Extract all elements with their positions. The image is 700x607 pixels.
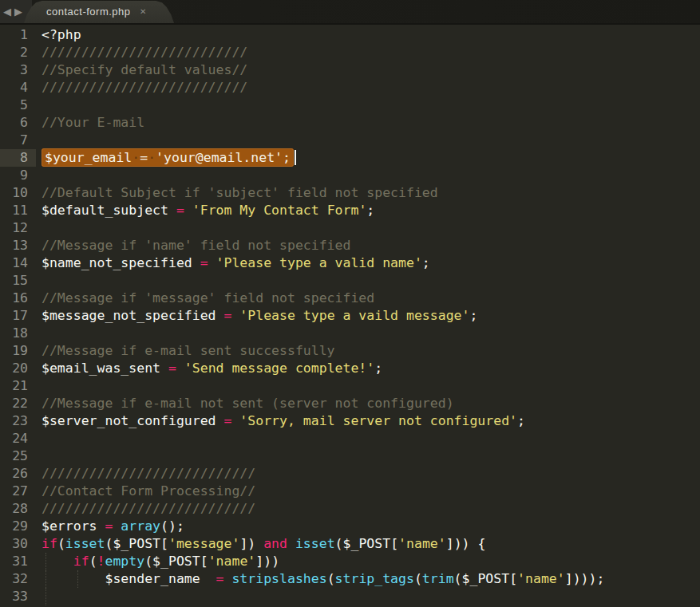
tab-label: contact-form.php [46, 6, 131, 18]
code-token: ; [422, 255, 430, 270]
code-token: 'Send message complete!' [184, 361, 374, 376]
code-token: · [148, 150, 156, 165]
code-token: array [121, 518, 160, 534]
code-line[interactable]: 21 [0, 377, 700, 395]
code-line[interactable]: 26/////////////////////////// [0, 465, 700, 483]
code-line[interactable]: 29$errors = array(); [0, 518, 700, 535]
code-line[interactable]: 9 [0, 167, 700, 184]
code-line[interactable]: 33 [0, 588, 700, 605]
code-token: = [200, 255, 208, 270]
code-editor[interactable]: 1<?php2//////////////////////////3//Spec… [0, 25, 700, 607]
line-number: 6 [0, 114, 36, 132]
code-line[interactable]: 1<?php [0, 26, 700, 44]
code-text: $email_was_sent = 'Send message complete… [42, 360, 382, 377]
code-token: ($_POST[ [105, 536, 168, 551]
code-token [208, 255, 216, 270]
text-caret [295, 150, 296, 165]
code-line[interactable]: 7 [0, 132, 700, 149]
code-token: 'name' [517, 571, 565, 586]
line-number: 18 [0, 325, 36, 342]
indent-guide [45, 570, 46, 588]
code-text: $server_not_configured = 'Sorry, mail se… [42, 412, 525, 430]
code-line[interactable]: 31 if(!empty($_POST['name'])) [0, 553, 700, 570]
line-number: 7 [0, 132, 36, 149]
line-number: 8 [0, 149, 36, 167]
code-token: ( [57, 536, 65, 551]
code-line[interactable]: 14$name_not_specified = 'Please type a v… [0, 254, 700, 272]
code-line[interactable]: 19//Message if e-mail sent successfully [0, 342, 700, 360]
code-token: 'message' [168, 536, 239, 551]
line-number: 9 [0, 167, 36, 184]
code-line[interactable]: 4////////////////////////// [0, 79, 700, 97]
code-token [231, 413, 239, 428]
code-line[interactable]: 3//Specify default values// [0, 61, 700, 79]
code-line[interactable]: 10//Default Subject if 'subject' field n… [0, 184, 700, 202]
code-token: ])) { [446, 536, 486, 551]
code-text: //Message if 'message' field not specifi… [42, 290, 374, 307]
line-number: 20 [0, 360, 36, 377]
tab-nav-arrows: ◀ ▶ [3, 0, 22, 23]
code-line[interactable]: 30if(isset($_POST['message']) and isset(… [0, 535, 700, 553]
code-text: //Default Subject if 'subject' field not… [42, 184, 438, 202]
line-number: 16 [0, 290, 36, 307]
line-number: 24 [0, 430, 36, 447]
code-line[interactable]: 20$email_was_sent = 'Send message comple… [0, 360, 700, 377]
line-number: 26 [0, 465, 36, 483]
code-line[interactable]: 11$default_subject = 'From My Contact Fo… [0, 202, 700, 219]
code-line[interactable]: 25 [0, 447, 700, 465]
code-token: ($_POST[ [454, 571, 517, 586]
line-number: 10 [0, 184, 36, 202]
code-token: ( [414, 571, 422, 586]
code-token: 'From My Contact Form' [192, 203, 367, 218]
code-text: if(!empty($_POST['name'])) [42, 553, 279, 570]
code-token: ////////////////////////// [42, 80, 247, 95]
line-number: 3 [0, 61, 36, 79]
code-token: //Contact Form Processing// [42, 483, 255, 499]
code-token: ( [327, 571, 335, 586]
code-text: //Message if 'name' field not specified [42, 237, 350, 254]
code-line[interactable]: 28/////////////////////////// [0, 500, 700, 518]
code-token: if [73, 554, 89, 569]
code-line[interactable]: 12 [0, 219, 700, 237]
code-token: ]) [239, 536, 263, 551]
code-token [287, 536, 295, 551]
tab-close-icon[interactable]: ✕ [140, 8, 147, 16]
code-line[interactable]: 18 [0, 325, 700, 342]
code-line[interactable]: 15 [0, 272, 700, 290]
code-token: = [223, 308, 231, 323]
code-token: = [176, 203, 184, 218]
line-number: 29 [0, 518, 36, 535]
nav-forward-icon[interactable]: ▶ [14, 6, 22, 17]
code-token: 'name' [398, 536, 446, 551]
code-text: $errors = array(); [42, 518, 184, 535]
code-token: $email_was_sent [42, 361, 168, 376]
code-line[interactable]: 24 [0, 430, 700, 447]
code-token: ////////////////////////// [42, 45, 247, 60]
code-line[interactable]: 5 [0, 97, 700, 114]
code-line[interactable]: 6//Your E-mail [0, 114, 700, 132]
code-line[interactable]: 16//Message if 'message' field not speci… [0, 290, 700, 307]
indent-guide [45, 588, 46, 605]
tab-contact-form-php[interactable]: contact-form.php ✕ [24, 1, 174, 23]
nav-back-icon[interactable]: ◀ [3, 6, 11, 17]
code-line[interactable]: 27//Contact Form Processing// [0, 483, 700, 500]
line-number: 19 [0, 342, 36, 360]
code-text: /////////////////////////// [42, 465, 255, 483]
code-token: $sender_name [42, 571, 216, 586]
code-token: //Message if 'name' field not specified [42, 238, 350, 253]
code-token: /////////////////////////// [42, 501, 255, 516]
code-text: ////////////////////////// [42, 44, 247, 61]
code-token: ! [97, 554, 105, 569]
code-token: (); [160, 518, 184, 534]
code-line[interactable]: 23$server_not_configured = 'Sorry, mail … [0, 412, 700, 430]
code-token: = [140, 150, 148, 165]
code-line[interactable]: 13//Message if 'name' field not specifie… [0, 237, 700, 254]
code-line[interactable]: 8$your_email·=·'your@email.net'; [0, 149, 700, 167]
code-text: <?php [42, 26, 81, 44]
line-number: 15 [0, 272, 36, 290]
code-token: ; [517, 413, 525, 428]
code-line[interactable]: 32 $sender_name = stripslashes(strip_tag… [0, 570, 700, 588]
code-line[interactable]: 2////////////////////////// [0, 44, 700, 61]
code-line[interactable]: 22//Message if e-mail not sent (server n… [0, 395, 700, 412]
code-line[interactable]: 17$message_not_specified = 'Please type … [0, 307, 700, 325]
